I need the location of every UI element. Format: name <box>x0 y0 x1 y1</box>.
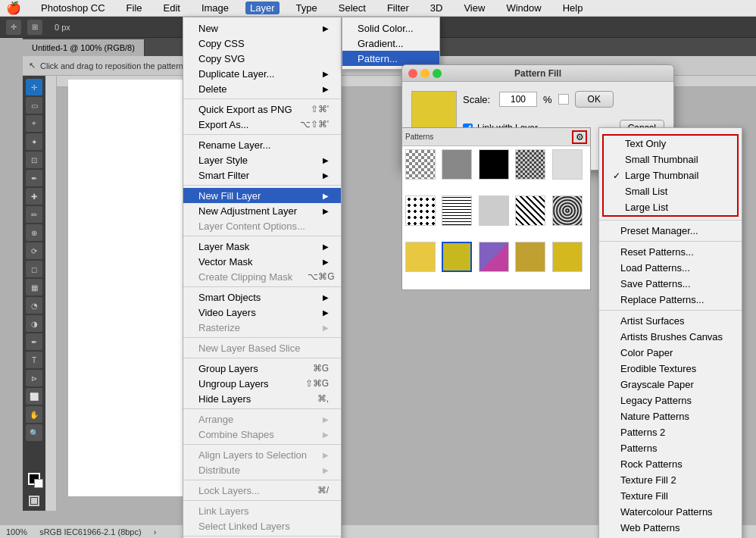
opt-nature-patterns[interactable]: Nature Patterns <box>599 408 742 424</box>
menu-layer-style[interactable]: Layer Style ▶ <box>183 152 341 167</box>
menu-layer-duplicate[interactable]: Duplicate Layer... ▶ <box>183 66 341 81</box>
menu-layer-new-adjustment[interactable]: New Adjustment Layer ▶ <box>183 203 341 218</box>
opt-rock-patterns[interactable]: Rock Patterns <box>599 456 742 472</box>
pattern-cell-11[interactable] <box>405 242 436 272</box>
menu-3d[interactable]: 3D <box>426 2 448 14</box>
menu-layer-clipping-mask[interactable]: Create Clipping Mask ⌥⌘G <box>183 269 341 284</box>
menu-layer-distribute[interactable]: Distribute ▶ <box>183 462 341 477</box>
menu-image[interactable]: Image <box>197 2 233 14</box>
pattern-cell-6[interactable] <box>405 195 436 226</box>
scale-input[interactable] <box>499 92 537 107</box>
tool-brush[interactable]: ✏ <box>26 206 42 223</box>
pattern-cell-1[interactable] <box>405 149 436 180</box>
menu-photoshop[interactable]: Photoshop CC <box>36 2 110 14</box>
tool-eraser[interactable]: ◻ <box>26 261 42 277</box>
opt-texture-fill-2[interactable]: Texture Fill 2 <box>599 472 742 488</box>
opt-text-only[interactable]: Text Only <box>604 136 737 152</box>
tool-lasso[interactable]: ⌖ <box>26 115 42 132</box>
tool-zoom[interactable]: 🔍 <box>26 424 42 441</box>
opt-erodible-textures[interactable]: Erodible Textures <box>599 361 742 377</box>
opt-load-patterns[interactable]: Load Patterns... <box>599 260 742 276</box>
tool-eyedropper[interactable]: ✒ <box>26 170 42 186</box>
ok-button[interactable]: OK <box>575 91 614 108</box>
menu-file[interactable]: File <box>122 2 147 14</box>
opt-reset-patterns[interactable]: Reset Patterns... <box>599 244 742 260</box>
menu-layer-rasterize[interactable]: Rasterize ▶ <box>183 320 341 335</box>
pattern-cell-9[interactable] <box>515 195 545 226</box>
pattern-cell-2[interactable] <box>442 149 472 180</box>
dialog-close-btn[interactable] <box>408 69 417 78</box>
menu-layer-export-as[interactable]: Export As... ⌥⇧⌘' <box>183 117 341 132</box>
menu-layer-combine[interactable]: Combine Shapes ▶ <box>183 427 341 442</box>
tool-path-select[interactable]: ⊳ <box>26 370 42 386</box>
menu-filter[interactable]: Filter <box>383 2 414 14</box>
opt-texture-fill[interactable]: Texture Fill <box>599 488 742 504</box>
menu-layer-delete[interactable]: Delete ▶ <box>183 81 341 96</box>
pattern-cell-3[interactable] <box>479 149 509 180</box>
opt-large-list[interactable]: Large List <box>604 199 737 215</box>
tool-blur[interactable]: ◔ <box>26 297 42 314</box>
tool-dodge[interactable]: ◑ <box>26 315 42 332</box>
menu-layer-copy-svg[interactable]: Copy SVG <box>183 51 341 66</box>
opt-color-paper[interactable]: Color Paper <box>599 345 742 361</box>
opt-grayscale-paper[interactable]: Grayscale Paper <box>599 377 742 393</box>
pattern-cell-8[interactable] <box>479 195 509 226</box>
menu-view[interactable]: View <box>459 2 489 14</box>
pattern-cell-15[interactable] <box>552 242 583 272</box>
opt-web-patterns[interactable]: Web Patterns <box>599 520 742 536</box>
menu-layer-video-layers[interactable]: Video Layers ▶ <box>183 305 341 320</box>
opt-watercolour[interactable]: Watercolour Patterns <box>599 504 742 520</box>
tool-move[interactable]: ✛ <box>26 79 42 95</box>
menu-layer[interactable]: Layer <box>245 2 280 14</box>
pattern-cell-5[interactable] <box>552 149 583 180</box>
pattern-cell-7[interactable] <box>442 195 472 226</box>
tool-hand[interactable]: ✋ <box>26 406 42 423</box>
dialog-minimize-btn[interactable] <box>420 69 430 78</box>
menu-select[interactable]: Select <box>334 2 370 14</box>
menu-layer-new-fill[interactable]: New Fill Layer ▶ <box>183 188 341 203</box>
menu-layer-ungroup[interactable]: Ungroup Layers ⇧⌘G <box>183 376 341 391</box>
scale-dropdown-arrow[interactable] <box>558 94 569 105</box>
fill-pattern[interactable]: Pattern... <box>342 51 439 66</box>
tool-type[interactable]: T <box>26 352 42 368</box>
tool-shape[interactable]: ⬜ <box>26 388 42 405</box>
menu-layer-vector-mask[interactable]: Vector Mask ▶ <box>183 254 341 269</box>
opt-small-list[interactable]: Small List <box>604 183 737 199</box>
tool-healing[interactable]: ✚ <box>26 188 42 205</box>
menu-layer-quick-export[interactable]: Quick Export as PNG ⇧⌘' <box>183 102 341 117</box>
opt-patterns[interactable]: Patterns <box>599 440 742 456</box>
opt-artist-surfaces[interactable]: Artist Surfaces <box>599 313 742 329</box>
menu-layer-copy-css[interactable]: Copy CSS <box>183 36 341 51</box>
menu-layer-smart-filter[interactable]: Smart Filter ▶ <box>183 167 341 183</box>
menu-layer-lock[interactable]: Lock Layers... ⌘/ <box>183 483 341 498</box>
menu-layer-rename[interactable]: Rename Layer... <box>183 137 341 152</box>
menu-edit[interactable]: Edit <box>159 2 185 14</box>
tool-magic-wand[interactable]: ✦ <box>26 133 42 150</box>
tool-history[interactable]: ⟳ <box>26 242 42 259</box>
opt-save-patterns[interactable]: Save Patterns... <box>599 276 742 292</box>
fill-gradient[interactable]: Gradient... <box>342 36 439 51</box>
menu-layer-new[interactable]: New ▶ <box>183 20 341 36</box>
pattern-settings-button[interactable]: ⚙ <box>572 130 587 144</box>
opt-large-thumbnail[interactable]: ✓ Large Thumbnail <box>604 167 737 183</box>
tab-document[interactable]: Untitled-1 @ 100% (RGB/8) <box>23 39 145 56</box>
tool-stamp[interactable]: ⊕ <box>26 224 42 241</box>
opt-replace-patterns[interactable]: Replace Patterns... <box>599 292 742 308</box>
tool-gradient[interactable]: ▦ <box>26 279 42 296</box>
opt-preset-manager[interactable]: Preset Manager... <box>599 223 742 239</box>
menu-layer-align[interactable]: Align Layers to Selection ▶ <box>183 447 341 462</box>
menu-layer-select-linked[interactable]: Select Linked Layers <box>183 518 341 533</box>
dialog-maximize-btn[interactable] <box>433 69 442 78</box>
fill-solid-color[interactable]: Solid Color... <box>342 20 439 36</box>
menu-layer-link[interactable]: Link Layers <box>183 503 341 518</box>
pattern-cell-14[interactable] <box>515 242 545 272</box>
apple-icon[interactable]: 🍎 <box>6 1 21 15</box>
menu-layer-arrange[interactable]: Arrange ▶ <box>183 411 341 427</box>
menu-layer-group[interactable]: Group Layers ⌘G <box>183 361 341 376</box>
opt-artists-brushes[interactable]: Artists Brushes Canvas <box>599 329 742 345</box>
menu-help[interactable]: Help <box>558 2 588 14</box>
opt-patterns-2[interactable]: Patterns 2 <box>599 424 742 440</box>
tool-marquee[interactable]: ▭ <box>26 97 42 114</box>
menu-window[interactable]: Window <box>501 2 545 14</box>
pattern-cell-10[interactable] <box>552 195 583 226</box>
